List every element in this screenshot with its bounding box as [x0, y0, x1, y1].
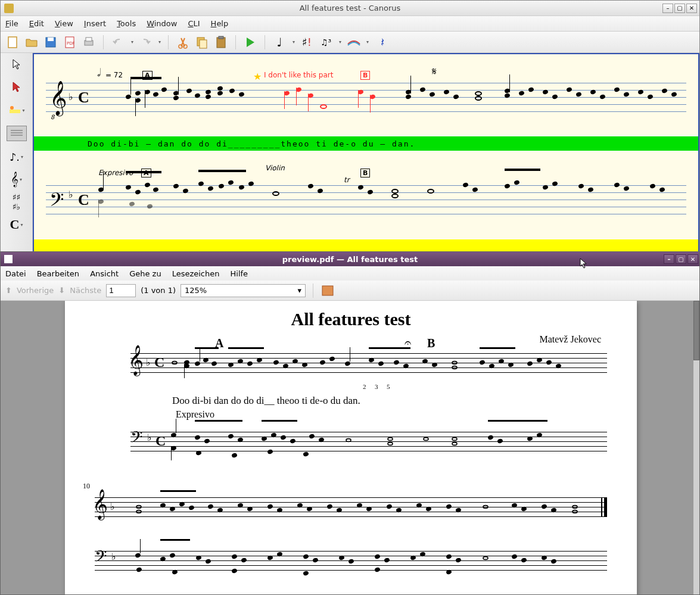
pdf-close-button[interactable]: ✕: [687, 254, 698, 264]
fingering-5: 5: [387, 383, 390, 390]
menu-file[interactable]: File: [5, 19, 18, 28]
pdf-titlebar[interactable]: preview.pdf — All features test – ▢ ✕: [1, 252, 699, 266]
highlight-icon[interactable]: ▾: [8, 103, 25, 117]
menu-datei[interactable]: Datei: [5, 269, 26, 278]
pdf-menubar: Datei Bearbeiten Ansicht Gehe zu Lesezei…: [1, 266, 699, 281]
menu-hilfe[interactable]: Hilfe: [231, 269, 248, 278]
pdf-document-title: All features test: [65, 309, 637, 329]
zoom-dropdown-icon: ▾: [297, 286, 301, 295]
slur-icon[interactable]: [346, 35, 360, 49]
flat-keysig-bass: ♭: [69, 189, 73, 200]
timesig-c-bass: C: [78, 191, 89, 209]
keysig-icon[interactable]: ♯♯♯♭: [8, 195, 25, 209]
menu-window[interactable]: Window: [147, 19, 177, 28]
pdf-app-icon: [4, 255, 13, 263]
canorus-left-toolbar: ▾ ♪.▾ 𝄞▾ ♯♯♯♭ C▾: [1, 53, 33, 253]
canorus-title: All features test - Canorus: [300, 4, 401, 13]
menu-gehezu[interactable]: Gehe zu: [129, 269, 161, 278]
pdf-lyrics: Doo di-bi dan do do di__ theoo ti de-o d…: [172, 395, 360, 407]
insert-note-icon[interactable]: [8, 80, 25, 95]
score-canvas[interactable]: 𝄞 8 ♭ C 𝅗𝅥 = 72 A ★ I don't like this pa…: [33, 53, 699, 253]
maximize-button[interactable]: ▢: [674, 4, 685, 13]
prev-page-label: Vorherige: [17, 286, 54, 295]
undo-dropdown-icon[interactable]: ▾: [131, 39, 133, 45]
menu-insert[interactable]: Insert: [84, 19, 106, 28]
pdf-timesig-c: C: [154, 354, 164, 370]
svg-point-14: [10, 106, 14, 110]
print-icon[interactable]: [82, 35, 96, 49]
pdf-page: All features test Matevž Jekovec 𝄞 ♭ C A…: [65, 301, 637, 594]
rest-icon[interactable]: 𝄽: [374, 35, 388, 49]
zoom-select[interactable]: 125% ▾: [181, 284, 306, 297]
pdf-flat-icon: ♭: [146, 357, 151, 368]
svg-rect-11: [217, 38, 225, 48]
pdf-toolbar: ⬆ Vorherige ⬇ Nächste (1 von 1) 125% ▾: [1, 281, 699, 301]
svg-rect-2: [48, 38, 54, 41]
pdf-treble-clef-icon: 𝄞: [128, 345, 144, 375]
menu-edit[interactable]: Edit: [29, 19, 44, 28]
menu-tools[interactable]: Tools: [117, 19, 136, 28]
svg-rect-6: [86, 38, 92, 41]
close-button[interactable]: ✕: [686, 4, 697, 13]
pdf-treble-clef2-icon: 𝄞: [92, 489, 108, 519]
note-duration-icon[interactable]: ♩: [272, 35, 287, 49]
open-icon[interactable]: [24, 35, 39, 49]
voice-select-icon[interactable]: [7, 126, 27, 141]
menu-lesezeichen[interactable]: Lesezeichen: [172, 269, 220, 278]
minimize-button[interactable]: –: [662, 4, 673, 13]
pointer-icon[interactable]: [8, 58, 25, 72]
pdf-flat-bass-icon: ♭: [147, 432, 152, 443]
toggle-sidebar-icon[interactable]: [321, 284, 335, 298]
pdf-composer: Matevž Jekovec: [65, 334, 601, 345]
clef-select-icon[interactable]: 𝄞▾: [8, 172, 25, 186]
duration-dropdown-icon[interactable]: ▾: [293, 39, 295, 45]
slur-dropdown-icon[interactable]: ▾: [366, 39, 369, 45]
menu-bearbeiten[interactable]: Bearbeiten: [37, 269, 79, 278]
canorus-window: All features test - Canorus – ▢ ✕ File E…: [0, 0, 700, 253]
fingering-2: 2: [363, 383, 366, 390]
page-number-input[interactable]: [106, 284, 136, 297]
pdf-export-icon[interactable]: PDF: [63, 35, 77, 49]
pdf-maximize-button[interactable]: ▢: [676, 254, 686, 264]
svg-rect-10: [200, 40, 207, 48]
menu-cli[interactable]: CLI: [188, 19, 200, 28]
pdf-mark-b: B: [427, 337, 435, 350]
segno-icon: 𝄋: [432, 65, 437, 78]
play-icon[interactable]: [243, 35, 257, 49]
svg-point-8: [183, 45, 187, 48]
pdf-flat-bass2-icon: ♭: [111, 551, 116, 562]
pdf-timesig-c-bass: C: [155, 433, 166, 449]
pdf-minimize-button[interactable]: –: [664, 254, 674, 264]
copy-icon[interactable]: [195, 35, 209, 49]
lyrics-band[interactable]: Doo di-bi – dan do do di_________theoo t…: [34, 136, 698, 151]
paste-icon[interactable]: [214, 35, 228, 49]
tuplet-dropdown-icon[interactable]: ▾: [339, 39, 341, 45]
undo-icon[interactable]: [111, 35, 125, 49]
bass-clef-icon: 𝄢: [49, 189, 64, 216]
save-icon[interactable]: [43, 35, 58, 49]
note-length-icon[interactable]: ♪.▾: [8, 149, 25, 164]
violin-marking: Violin: [265, 164, 285, 172]
menu-view[interactable]: View: [55, 19, 73, 28]
treble-clef-icon: 𝄞: [49, 80, 67, 116]
timesig-icon[interactable]: C▾: [8, 217, 25, 232]
next-page-label: Nächste: [70, 286, 101, 295]
pdf-expresivo: Expresivo: [176, 409, 214, 420]
menu-ansicht[interactable]: Ansicht: [90, 269, 119, 278]
pdf-scrollbar[interactable]: [693, 301, 699, 594]
pdf-viewport[interactable]: All features test Matevž Jekovec 𝄞 ♭ C A…: [1, 301, 693, 594]
redo-icon[interactable]: [138, 35, 153, 49]
accidental-icon[interactable]: ♯!: [300, 35, 314, 49]
svg-point-7: [179, 45, 182, 48]
new-icon[interactable]: [5, 35, 20, 49]
cut-icon[interactable]: [176, 35, 190, 49]
redo-dropdown-icon[interactable]: ▾: [158, 39, 161, 45]
pdf-bass-clef2-icon: 𝄢: [95, 547, 107, 569]
tuplet-icon[interactable]: ♫³: [319, 35, 333, 49]
pdf-scroll-thumb[interactable]: [693, 301, 699, 360]
yellow-selection-band: [34, 239, 698, 251]
annotation-text: I don't like this part: [264, 71, 333, 79]
flat-keysig: ♭: [69, 91, 73, 102]
canorus-titlebar[interactable]: All features test - Canorus – ▢ ✕: [1, 1, 699, 16]
menu-help[interactable]: Help: [211, 19, 229, 28]
